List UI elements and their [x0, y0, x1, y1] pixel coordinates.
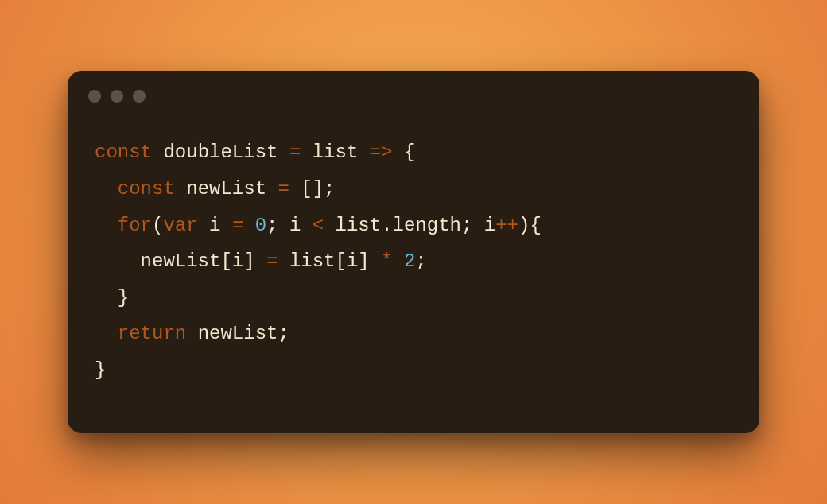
code-token-ident: newList	[198, 323, 278, 344]
code-token-ident: i	[232, 250, 243, 272]
code-token-punct: ){	[518, 215, 542, 236]
code-token-op: ++	[495, 215, 518, 236]
code-token-keyword: const	[118, 178, 175, 200]
code-area: const doubleList = list => { const newLi…	[68, 112, 759, 432]
code-token-ident: newList	[141, 250, 221, 272]
code-token-op: =	[278, 178, 289, 200]
code-token-punct: .	[381, 215, 392, 236]
code-token-def: newList	[186, 178, 266, 200]
code-token-punct: (	[152, 215, 163, 236]
code-token-punct: [	[335, 250, 346, 272]
code-token-punct: }	[95, 359, 106, 381]
code-token-punct: [];	[301, 178, 335, 200]
code-token-punct: }	[118, 287, 129, 308]
code-token-punct: [	[220, 250, 231, 272]
code-token-ident: i	[347, 250, 358, 272]
code-token-punct: ]	[358, 250, 369, 272]
code-token-op: =	[232, 215, 243, 236]
code-token-num: 2	[404, 250, 415, 272]
code-token-punct: ;	[415, 250, 426, 272]
code-token-ident: i	[289, 215, 301, 236]
code-token-keyword: for	[118, 215, 152, 236]
code-token-op: =>	[370, 142, 393, 163]
code-window: const doubleList = list => { const newLi…	[68, 71, 759, 432]
code-token-ident: i	[209, 215, 220, 236]
code-token-ident: i	[484, 215, 495, 236]
traffic-light-zoom-icon[interactable]	[133, 90, 146, 103]
code-token-punct: ;	[278, 323, 289, 344]
code-token-ident: list	[336, 215, 382, 236]
code-token-op: <	[313, 215, 324, 236]
traffic-light-minimize-icon[interactable]	[111, 90, 123, 103]
code-token-op: =	[266, 250, 278, 272]
window-titlebar	[68, 71, 759, 112]
code-token-op: =	[289, 142, 301, 163]
traffic-light-close-icon[interactable]	[88, 90, 101, 103]
code-token-punct: ]	[243, 250, 254, 272]
code-token-ident: list	[313, 142, 359, 163]
code-token-ident: list	[289, 250, 336, 272]
code-token-num: 0	[255, 215, 266, 236]
code-token-def: doubleList	[163, 142, 278, 163]
code-token-keyword: var	[163, 215, 197, 236]
code-token-punct: ;	[461, 215, 472, 236]
code-token-keyword: return	[118, 323, 186, 344]
code-token-op: *	[381, 250, 392, 272]
code-token-prop: length	[393, 215, 461, 236]
code-token-punct: {	[404, 142, 415, 163]
code-block: const doubleList = list => { const newLi…	[95, 134, 732, 388]
code-token-keyword: const	[95, 142, 152, 163]
code-token-punct: ;	[266, 215, 278, 236]
